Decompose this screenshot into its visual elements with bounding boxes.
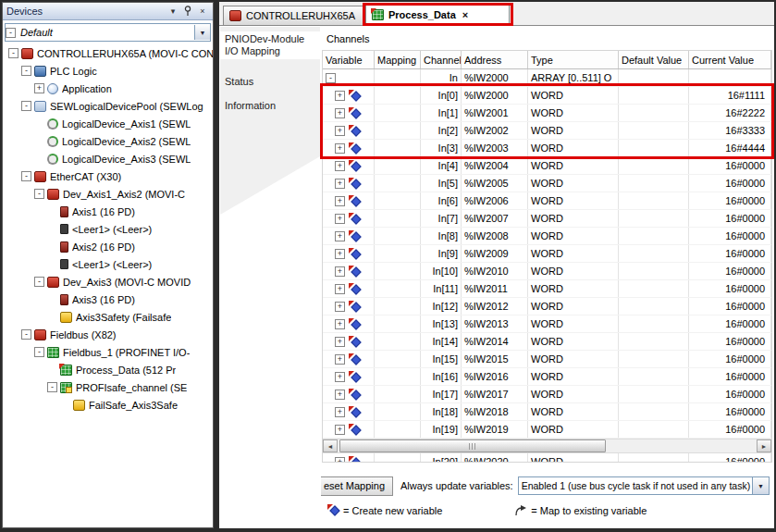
expand-toggle[interactable]: +	[335, 126, 345, 136]
tree-item[interactable]: -PLC Logic	[3, 62, 213, 80]
collapse-toggle[interactable]: -	[21, 171, 31, 181]
table-row[interactable]: +In[4]%IW2004WORD16#0000	[323, 157, 771, 175]
column-header-default-value[interactable]: Default Value	[619, 51, 689, 68]
expand-toggle[interactable]: +	[335, 179, 345, 189]
table-row[interactable]: +In[15]%IW2015WORD16#0000	[323, 351, 771, 368]
tree-item[interactable]: -Dev_Axis1_Axis2 (MOVI-C	[3, 185, 213, 203]
scrollbar-thumb[interactable]	[339, 439, 606, 452]
always-update-dropdown[interactable]: Enabled 1 (use bus cycle task if not use…	[518, 476, 770, 495]
tree-item[interactable]: <Leer1> (<Leer>)	[3, 220, 213, 238]
tree-item[interactable]: +Application	[3, 80, 213, 97]
tree-item[interactable]: LogicalDevice_Axis2 (SEWL	[3, 132, 213, 150]
tree-item[interactable]: Process_Data (512 Pr	[3, 361, 213, 378]
expand-toggle[interactable]: +	[335, 196, 345, 206]
expand-toggle[interactable]: +	[335, 284, 345, 294]
side-tab-io-mapping[interactable]: PNIODev-Module I/O Mapping	[220, 31, 320, 59]
expand-toggle[interactable]: +	[335, 231, 345, 241]
horizontal-scrollbar[interactable]: ◄ ►	[323, 439, 771, 453]
expand-toggle[interactable]: +	[335, 354, 345, 365]
side-tab-status[interactable]: Status	[220, 74, 320, 90]
close-icon[interactable]: ×	[196, 5, 209, 18]
table-row[interactable]: +In[2]%IW2002WORD16#3333	[323, 122, 771, 140]
column-header-mapping[interactable]: Mapping	[375, 51, 421, 68]
table-row[interactable]: +In[14]%IW2014WORD16#0000	[323, 333, 771, 351]
collapse-toggle[interactable]: -	[21, 329, 31, 340]
table-row[interactable]: +In[11]%IW2011WORD16#0000	[323, 280, 771, 298]
table-row[interactable]: +In[5]%IW2005WORD16#0000	[323, 175, 771, 192]
column-header-current-value[interactable]: Current Value	[689, 51, 771, 68]
collapse-toggle[interactable]: -	[34, 189, 44, 199]
collapse-toggle[interactable]: -	[34, 277, 44, 287]
table-row[interactable]: +In[6]%IW2006WORD16#0000	[323, 192, 771, 210]
expand-toggle[interactable]: +	[335, 337, 345, 347]
expand-toggle[interactable]: +	[335, 407, 345, 417]
tree-item[interactable]: Axis1 (16 PD)	[3, 203, 213, 220]
tree-item[interactable]: LogicalDevice_Axis3 (SEWL	[3, 150, 213, 167]
tree-item[interactable]: -CONTROLLERUHX65A (MOVI-C CON	[3, 44, 213, 62]
expand-toggle[interactable]: +	[335, 319, 345, 329]
tree-item[interactable]: Axis3 (16 PD)	[3, 291, 213, 308]
tree-item[interactable]: LogicalDevice_Axis1 (SEWL	[3, 115, 213, 132]
collapse-toggle[interactable]: -	[34, 347, 44, 357]
tree-item[interactable]: -EtherCAT (X30)	[3, 167, 213, 185]
scroll-left-button[interactable]: ◄	[323, 439, 338, 452]
table-row[interactable]: +In[16]%IW2016WORD16#0000	[323, 368, 771, 386]
tree-item[interactable]: -Fieldbus_1 (PROFINET I/O-	[3, 343, 213, 361]
collapse-toggle[interactable]: -	[326, 73, 336, 83]
table-row[interactable]: +In[20]%IW2020WORD16#0000	[323, 453, 771, 463]
expand-toggle[interactable]: +	[335, 249, 345, 259]
collapse-toggle[interactable]: -	[21, 101, 31, 111]
combo-dropdown-button[interactable]: ▼	[194, 25, 210, 40]
table-row[interactable]: +In[18]%IW2018WORD16#0000	[323, 403, 771, 421]
tree-item[interactable]: FailSafe_Axis3Safe	[3, 396, 213, 414]
collapse-toggle[interactable]: -	[47, 382, 57, 392]
tab-process-data[interactable]: Process_Data ×	[365, 3, 510, 26]
column-header-address[interactable]: Address	[462, 51, 528, 68]
expand-toggle[interactable]: +	[335, 108, 345, 118]
collapse-toggle[interactable]: -	[8, 48, 18, 58]
table-row[interactable]: +In[17]%IW2017WORD16#0000	[323, 386, 771, 403]
tree-item[interactable]: -Fieldbus (X82)	[3, 326, 213, 343]
expand-toggle[interactable]: +	[335, 143, 345, 154]
column-header-variable[interactable]: Variable	[323, 51, 375, 68]
table-row[interactable]: +In[12]%IW2012WORD16#0000	[323, 298, 771, 315]
expand-toggle[interactable]: +	[335, 214, 345, 224]
table-row[interactable]: +In[8]%IW2008WORD16#0000	[323, 228, 771, 245]
collapse-toggle[interactable]: -	[6, 28, 16, 38]
tree-item[interactable]: -PROFIsafe_channel (SE	[3, 378, 213, 396]
expand-toggle[interactable]: +	[335, 457, 345, 464]
dropdown-arrow-icon[interactable]: ▼	[752, 477, 769, 494]
chevron-down-icon[interactable]: ▾	[166, 5, 179, 18]
tab-close-icon[interactable]: ×	[462, 9, 468, 20]
expand-toggle[interactable]: +	[335, 372, 345, 382]
table-row[interactable]: +In[19]%IW2019WORD16#0000	[323, 421, 771, 439]
table-row[interactable]: +In[3]%IW2003WORD16#4444	[323, 140, 771, 157]
expand-toggle[interactable]: +	[335, 302, 345, 312]
table-row[interactable]: +In[0]%IW2000WORD16#1111	[323, 87, 771, 105]
expand-toggle[interactable]: +	[335, 91, 345, 101]
scroll-right-button[interactable]: ►	[757, 439, 771, 452]
expand-toggle[interactable]: +	[335, 266, 345, 277]
pin-icon[interactable]	[181, 5, 194, 18]
table-row[interactable]: +In[13]%IW2013WORD16#0000	[323, 315, 771, 333]
table-row[interactable]: -In%IW2000ARRAY [0..511] O	[323, 69, 771, 87]
tree-item[interactable]: -SEWLogicalDevicePool (SEWLog	[3, 97, 213, 115]
reset-mapping-button[interactable]: eset Mapping	[321, 476, 393, 496]
table-row[interactable]: +In[9]%IW2009WORD16#0000	[323, 245, 771, 263]
table-row[interactable]: +In[1]%IW2001WORD16#2222	[323, 105, 771, 122]
expand-toggle[interactable]: +	[34, 83, 44, 93]
tree-item[interactable]: <Leer1> (<Leer>)	[3, 255, 213, 273]
table-row[interactable]: +In[10]%IW2010WORD16#0000	[323, 263, 771, 280]
side-tab-information[interactable]: Information	[220, 98, 320, 114]
tree-root-selector[interactable]: - Default ▼	[5, 23, 211, 42]
tree-item[interactable]: Axis2 (16 PD)	[3, 238, 213, 255]
expand-toggle[interactable]: +	[335, 425, 345, 435]
tree-item[interactable]: -Dev_Axis3 (MOVI-C MOVID	[3, 273, 213, 291]
tab-controlleruhx65a[interactable]: CONTROLLERUHX65A	[223, 6, 363, 25]
collapse-toggle[interactable]: -	[21, 66, 31, 76]
table-row[interactable]: +In[7]%IW2007WORD16#0000	[323, 210, 771, 228]
expand-toggle[interactable]: +	[335, 161, 345, 171]
expand-toggle[interactable]: +	[335, 390, 345, 400]
tree-item[interactable]: Axis3Safety (Failsafe	[3, 308, 213, 326]
column-header-type[interactable]: Type	[528, 51, 619, 68]
